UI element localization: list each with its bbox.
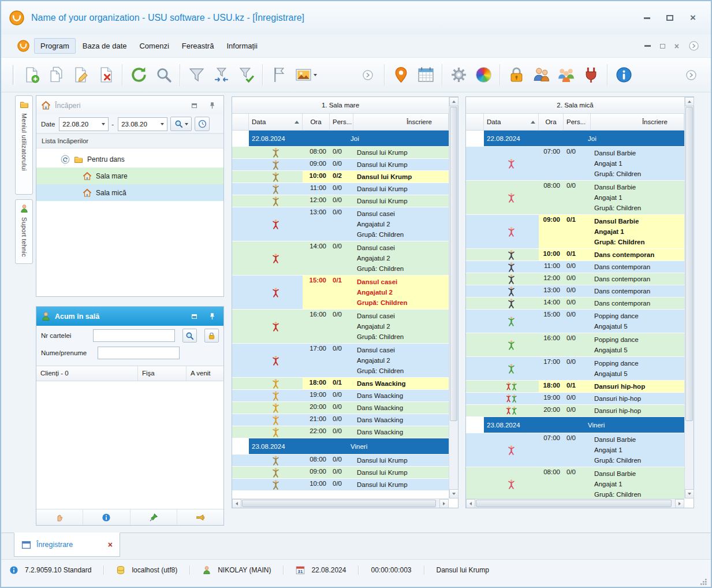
schedule-row[interactable]: 19:00 0/0 Dans Waacking [232,390,449,402]
col-header-marker[interactable] [232,114,249,130]
vertical-scrollbar[interactable] [684,97,694,498]
schedule-row[interactable]: 14:00 0/0 Dansul caseiAngajatul 2Grupă: … [232,241,449,276]
mdi-close-button[interactable]: × [674,42,679,51]
info-button[interactable] [83,509,130,525]
date-to-input[interactable]: 23.08.20 [118,117,167,131]
tree-item-sala-mica[interactable]: Sala mică [36,184,223,201]
scroll-up-button[interactable] [449,97,458,106]
toolbar-refresh-button[interactable] [127,62,150,88]
schedule-row[interactable]: 15:00 0/1 Dansul caseiAngajatul 2Grupă: … [232,276,449,310]
schedule-row[interactable]: 17:00 0/0 Dansul caseiAngajatul 2Grupă: … [232,344,449,378]
toolbar-lock-button[interactable] [505,62,528,88]
announce-button[interactable] [177,509,223,525]
schedule-row[interactable]: 21:00 0/0 Dans Waacking [232,414,449,426]
schedule-row[interactable]: 09:00 0/0 Dansul lui Krump [232,467,449,479]
toolbar-calendar-button[interactable] [414,62,437,88]
col-header-ora[interactable]: Ora [303,114,330,130]
schedule-date-row[interactable]: 22.08.2024Joi [466,131,684,147]
toolbar-doc-new-button[interactable] [20,62,43,88]
date-from-input[interactable]: 22.08.20 [59,117,109,131]
schedule-row[interactable]: 13:00 0/0 Dansul caseiAngajatul 2Grupă: … [232,207,449,241]
schedule-date-row[interactable]: 22.08.2024Joi [232,131,449,147]
schedule-row[interactable]: 18:00 0/1 Dansuri hip-hop [466,381,684,393]
hand-button[interactable] [36,509,83,525]
toolbar-picture-button[interactable] [292,62,319,88]
col-header-clients[interactable]: Clienți - 0 [36,366,138,381]
toolbar-doc-delete-button[interactable] [94,62,117,88]
schedule-row[interactable]: 09:00 0/0 Dansul lui Krump [232,159,449,171]
lock-button[interactable] [204,329,219,343]
horizontal-scrollbar[interactable] [232,498,449,508]
schedule-row[interactable]: 14:00 0/0 Dans contemporan [466,297,684,310]
schedule-row[interactable]: 16:00 0/0 Popping danceAngajatul 5 [466,333,684,357]
scroll-right-button[interactable] [439,499,449,508]
schedule-row[interactable]: 19:00 0/0 Dansuri hip-hop [466,393,684,405]
mdi-restore-button[interactable] [660,44,665,49]
col-header-pers[interactable]: Pers... [330,114,353,130]
side-tab-meniul-utilizatorului[interactable]: Meniul utilizatorului [15,95,33,195]
schedule-date-row[interactable]: 23.08.2024Vineri [232,438,449,455]
close-button[interactable]: × [688,13,698,23]
now-maximize-button[interactable] [189,312,199,321]
schedule-row[interactable]: 22:00 0/0 Dans Waacking [232,426,449,438]
toolbar-user-pair-button[interactable] [530,62,553,88]
schedule-row[interactable]: 08:00 0/0 Dansul lui Krump [232,147,449,159]
toolbar-nav-circle-button[interactable] [356,62,379,88]
rooms-clock-button[interactable] [195,117,210,131]
chevron-down-icon[interactable] [102,123,105,125]
schedule-row[interactable]: 17:00 0/0 Popping danceAngajatul 5 [466,357,684,381]
schedule-row[interactable]: 07:00 0/0 Dansul BarbieAngajat 1Grupă: C… [466,433,684,467]
toolbar-filter-arrows-button[interactable] [210,62,233,88]
side-tab-suport-tehnic[interactable]: Suport tehnic [15,199,33,264]
schedule-row[interactable]: 12:00 0/0 Dansul lui Krump [232,195,449,207]
toolbar-doc-copy-button[interactable] [44,62,68,88]
tab-close-icon[interactable]: × [108,540,113,549]
toolbar-plug-button[interactable] [579,62,602,88]
scroll-down-button[interactable] [685,489,694,498]
toolbar-location-pin-button[interactable] [389,62,412,88]
menu-baza-de-date[interactable]: Baza de date [77,39,133,53]
col-header-a-venit[interactable]: A venit [187,366,223,381]
scrollbar-thumb[interactable] [242,500,436,507]
scroll-left-button[interactable] [466,499,475,508]
col-header-pers[interactable]: Pers... [564,114,591,130]
schedule-row[interactable]: 10:00 0/2 Dansul lui Krump [232,171,449,183]
schedule-date-row[interactable]: 23.08.2024Vineri [466,417,684,433]
schedule-row[interactable]: 20:00 0/0 Dans Waacking [232,402,449,414]
schedule-row[interactable]: 20:00 0/0 Dansuri hip-hop [466,405,684,417]
schedule-row[interactable]: 16:00 0/0 Dansul caseiAngajatul 2Grupă: … [232,310,449,344]
expander-icon[interactable] [61,155,70,164]
status-info-icon[interactable] [9,565,18,575]
client-name-input[interactable] [98,347,180,359]
col-header-fisa[interactable]: Fişa [138,366,187,381]
menu-informații[interactable]: Informații [221,39,263,53]
scrollbar-thumb[interactable] [476,500,672,507]
toolbar-doc-edit-button[interactable] [69,62,92,88]
schedule-row[interactable]: 08:00 0/0 Dansul BarbieAngajat 1Grupă: C… [466,467,684,498]
col-header-inscriere[interactable]: Înscriere [591,114,684,130]
usu-menu-icon[interactable] [17,40,29,52]
horizontal-scrollbar[interactable] [466,498,684,508]
rooms-pin-button[interactable] [207,101,217,110]
col-header-data[interactable]: Data [249,114,303,130]
client-search-button[interactable] [182,329,197,343]
scroll-left-button[interactable] [232,499,241,508]
maximize-button[interactable] [665,13,675,23]
schedule-row[interactable]: 13:00 0/0 Dans contemporan [466,285,684,297]
menu-comenzi[interactable]: Comenzi [133,39,174,53]
tab-inregistrare[interactable]: Înregistrare × [14,533,120,557]
chevron-down-icon[interactable] [314,74,317,76]
schedule-row[interactable]: 15:00 0/0 Popping danceAngajatul 5 [466,310,684,333]
vertical-scrollbar[interactable] [449,97,458,498]
menu-program[interactable]: Program [34,38,76,54]
toolbar-filter-button[interactable] [185,62,208,88]
col-header-marker[interactable] [466,114,484,130]
toolbar-gear-button[interactable] [447,62,470,88]
toolbar-grip[interactable] [13,65,15,85]
tree-item-pentru-dans[interactable]: Pentru dans [36,151,223,168]
schedule-row[interactable]: 07:00 0/0 Dansul BarbieAngajat 1Grupă: C… [466,147,684,181]
menu-overflow-icon[interactable] [688,40,699,51]
toolbar-info-button[interactable] [612,62,635,88]
col-header-ora[interactable]: Ora [539,114,564,130]
schedule-row[interactable]: 09:00 0/1 Dansul BarbieAngajat 1Grupă: C… [466,215,684,249]
